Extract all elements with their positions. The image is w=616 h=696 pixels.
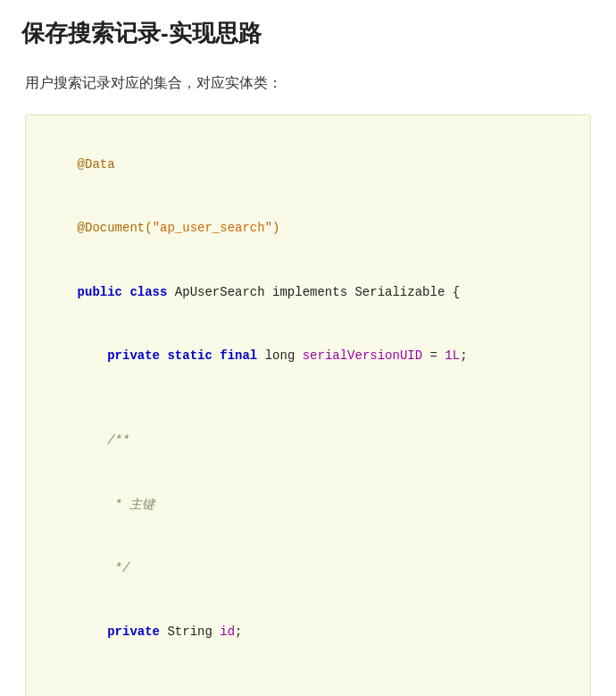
- code-line-empty1: [47, 389, 569, 410]
- page-title: 保存搜索记录-实现思路: [21, 18, 595, 49]
- keyword-static: static: [167, 348, 220, 363]
- type-string-id: String: [167, 625, 220, 639]
- comment-id-text: * 主键: [78, 498, 155, 512]
- semicolon-id: ;: [235, 625, 242, 639]
- code-line-id: private String id;: [47, 601, 569, 665]
- equals: =: [422, 348, 445, 363]
- code-line-empty2: [47, 665, 569, 686]
- code-comment-id1: /**: [47, 409, 569, 473]
- type-long: long: [265, 348, 303, 363]
- keyword-public: public class: [78, 285, 175, 299]
- class-name: ApUserSearch implements Serializable {: [175, 285, 460, 299]
- code-block: @Data @Document("ap_user_search") public…: [25, 114, 591, 696]
- annotation-document-prefix: @Document(: [78, 221, 153, 235]
- code-comment-userid1: /**: [47, 686, 569, 696]
- annotation-data: @Data: [78, 157, 115, 172]
- field-id: id: [220, 625, 235, 639]
- code-comment-id3: */: [47, 537, 569, 600]
- comment-id-close: */: [78, 561, 130, 575]
- annotation-document-value: "ap_user_search": [153, 221, 272, 235]
- code-comment-id2: * 主键: [47, 474, 569, 537]
- keyword-final: final: [220, 348, 264, 363]
- keyword-private-id: private: [78, 625, 168, 639]
- subtitle: 用户搜索记录对应的集合，对应实体类：: [21, 74, 595, 93]
- code-line-field1: private static final long serialVersionU…: [47, 324, 569, 388]
- code-line-class: public class ApUserSearch implements Ser…: [47, 261, 569, 324]
- comment-id-open: /**: [78, 433, 130, 448]
- keyword-private: private: [78, 348, 168, 363]
- annotation-document-suffix: ): [272, 221, 279, 235]
- code-line-annotation2: @Document("ap_user_search"): [47, 197, 569, 260]
- semicolon1: ;: [460, 348, 467, 363]
- value-1l: 1L: [445, 348, 460, 363]
- code-line-annotation1: @Data: [47, 133, 569, 197]
- field-serialversionuid: serialVersionUID: [303, 348, 422, 363]
